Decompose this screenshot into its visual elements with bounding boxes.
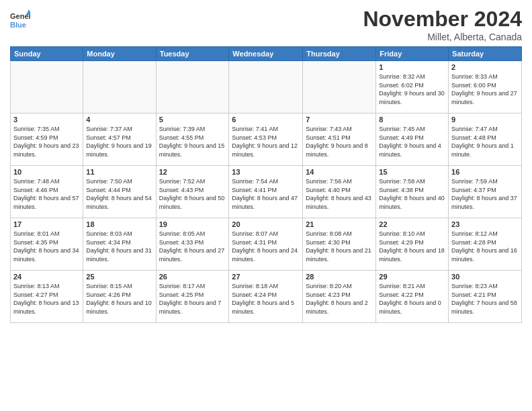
calendar-cell-w2-d7: 9Sunrise: 7:47 AM Sunset: 4:48 PM Daylig… bbox=[449, 113, 522, 166]
day-info: Sunrise: 8:32 AM Sunset: 6:02 PM Dayligh… bbox=[379, 73, 445, 106]
col-saturday: Saturday bbox=[449, 47, 522, 61]
calendar-cell-w2-d2: 4Sunrise: 7:37 AM Sunset: 4:57 PM Daylig… bbox=[83, 113, 156, 166]
calendar-week-3: 10Sunrise: 7:48 AM Sunset: 4:46 PM Dayli… bbox=[11, 166, 522, 218]
calendar-cell-w3-d7: 16Sunrise: 7:59 AM Sunset: 4:37 PM Dayli… bbox=[449, 166, 522, 218]
day-info: Sunrise: 7:39 AM Sunset: 4:55 PM Dayligh… bbox=[159, 125, 226, 158]
day-number: 3 bbox=[13, 116, 80, 124]
col-wednesday: Wednesday bbox=[229, 47, 303, 61]
calendar-cell-w2-d4: 6Sunrise: 7:41 AM Sunset: 4:53 PM Daylig… bbox=[229, 113, 303, 166]
calendar-cell-w1-d1 bbox=[11, 61, 83, 113]
day-info: Sunrise: 7:45 AM Sunset: 4:49 PM Dayligh… bbox=[379, 125, 445, 158]
calendar-cell-w4-d7: 23Sunrise: 8:12 AM Sunset: 4:28 PM Dayli… bbox=[449, 218, 522, 271]
calendar-cell-w5-d6: 29Sunrise: 8:21 AM Sunset: 4:22 PM Dayli… bbox=[376, 271, 449, 323]
day-number: 20 bbox=[232, 220, 300, 228]
month-title: November 2024 bbox=[363, 7, 522, 32]
calendar-cell-w1-d7: 2Sunrise: 8:33 AM Sunset: 6:00 PM Daylig… bbox=[449, 61, 522, 113]
calendar-cell-w4-d3: 19Sunrise: 8:05 AM Sunset: 4:33 PM Dayli… bbox=[156, 218, 229, 271]
day-number: 11 bbox=[86, 168, 152, 176]
day-number: 26 bbox=[159, 273, 226, 281]
calendar-cell-w1-d4 bbox=[229, 61, 303, 113]
calendar-cell-w5-d4: 27Sunrise: 8:18 AM Sunset: 4:24 PM Dayli… bbox=[229, 271, 303, 323]
day-info: Sunrise: 8:13 AM Sunset: 4:27 PM Dayligh… bbox=[13, 282, 80, 316]
location: Millet, Alberta, Canada bbox=[363, 32, 522, 42]
calendar-week-2: 3Sunrise: 7:35 AM Sunset: 4:59 PM Daylig… bbox=[11, 113, 522, 166]
day-info: Sunrise: 8:17 AM Sunset: 4:25 PM Dayligh… bbox=[159, 282, 226, 316]
day-number: 25 bbox=[86, 273, 152, 281]
day-info: Sunrise: 7:47 AM Sunset: 4:48 PM Dayligh… bbox=[451, 125, 519, 158]
logo-icon: General Blue bbox=[10, 9, 30, 30]
day-info: Sunrise: 8:20 AM Sunset: 4:23 PM Dayligh… bbox=[306, 282, 373, 316]
day-number: 30 bbox=[451, 273, 519, 281]
day-info: Sunrise: 7:59 AM Sunset: 4:37 PM Dayligh… bbox=[451, 177, 519, 211]
calendar-cell-w5-d5: 28Sunrise: 8:20 AM Sunset: 4:23 PM Dayli… bbox=[303, 271, 376, 323]
logo: General Blue bbox=[10, 9, 33, 30]
calendar-cell-w3-d4: 13Sunrise: 7:54 AM Sunset: 4:41 PM Dayli… bbox=[229, 166, 303, 218]
day-number: 17 bbox=[13, 220, 80, 228]
calendar-cell-w1-d6: 1Sunrise: 8:32 AM Sunset: 6:02 PM Daylig… bbox=[376, 61, 449, 113]
day-number: 6 bbox=[232, 116, 300, 124]
day-info: Sunrise: 8:33 AM Sunset: 6:00 PM Dayligh… bbox=[451, 73, 519, 106]
day-number: 28 bbox=[306, 273, 373, 281]
calendar-cell-w4-d5: 21Sunrise: 8:08 AM Sunset: 4:30 PM Dayli… bbox=[303, 218, 376, 271]
day-info: Sunrise: 8:15 AM Sunset: 4:26 PM Dayligh… bbox=[86, 282, 152, 316]
calendar-cell-w3-d2: 11Sunrise: 7:50 AM Sunset: 4:44 PM Dayli… bbox=[83, 166, 156, 218]
calendar-cell-w1-d5 bbox=[303, 61, 376, 113]
calendar-cell-w3-d5: 14Sunrise: 7:56 AM Sunset: 4:40 PM Dayli… bbox=[303, 166, 376, 218]
day-info: Sunrise: 7:50 AM Sunset: 4:44 PM Dayligh… bbox=[86, 177, 152, 211]
page-container: General Blue November 2024 Millet, Alber… bbox=[0, 0, 532, 330]
day-number: 4 bbox=[86, 116, 152, 124]
day-info: Sunrise: 7:41 AM Sunset: 4:53 PM Dayligh… bbox=[232, 125, 300, 158]
day-number: 18 bbox=[86, 220, 152, 228]
col-sunday: Sunday bbox=[11, 47, 83, 61]
day-info: Sunrise: 8:12 AM Sunset: 4:28 PM Dayligh… bbox=[451, 230, 519, 263]
col-monday: Monday bbox=[83, 47, 156, 61]
day-info: Sunrise: 8:21 AM Sunset: 4:22 PM Dayligh… bbox=[379, 282, 445, 316]
day-number: 9 bbox=[451, 116, 519, 124]
calendar-table: Sunday Monday Tuesday Wednesday Thursday… bbox=[10, 46, 522, 323]
day-info: Sunrise: 8:10 AM Sunset: 4:29 PM Dayligh… bbox=[379, 230, 445, 263]
day-info: Sunrise: 8:23 AM Sunset: 4:21 PM Dayligh… bbox=[451, 282, 519, 316]
day-number: 1 bbox=[379, 63, 445, 71]
calendar-cell-w3-d6: 15Sunrise: 7:58 AM Sunset: 4:38 PM Dayli… bbox=[376, 166, 449, 218]
day-number: 27 bbox=[232, 273, 300, 281]
calendar-cell-w1-d3 bbox=[156, 61, 229, 113]
calendar-cell-w3-d3: 12Sunrise: 7:52 AM Sunset: 4:43 PM Dayli… bbox=[156, 166, 229, 218]
day-info: Sunrise: 8:08 AM Sunset: 4:30 PM Dayligh… bbox=[306, 230, 373, 263]
day-number: 10 bbox=[13, 168, 80, 176]
day-info: Sunrise: 7:48 AM Sunset: 4:46 PM Dayligh… bbox=[13, 177, 80, 211]
col-thursday: Thursday bbox=[303, 47, 376, 61]
day-number: 21 bbox=[306, 220, 373, 228]
day-number: 13 bbox=[232, 168, 300, 176]
calendar-cell-w1-d2 bbox=[83, 61, 156, 113]
day-info: Sunrise: 8:07 AM Sunset: 4:31 PM Dayligh… bbox=[232, 230, 300, 263]
header: General Blue November 2024 Millet, Alber… bbox=[10, 7, 522, 42]
day-number: 12 bbox=[159, 168, 226, 176]
col-tuesday: Tuesday bbox=[156, 47, 229, 61]
day-number: 14 bbox=[306, 168, 373, 176]
day-info: Sunrise: 7:35 AM Sunset: 4:59 PM Dayligh… bbox=[13, 125, 80, 158]
day-number: 2 bbox=[451, 63, 519, 71]
calendar-week-1: 1Sunrise: 8:32 AM Sunset: 6:02 PM Daylig… bbox=[11, 61, 522, 113]
title-block: November 2024 Millet, Alberta, Canada bbox=[363, 7, 522, 42]
day-info: Sunrise: 8:18 AM Sunset: 4:24 PM Dayligh… bbox=[232, 282, 300, 316]
day-number: 22 bbox=[379, 220, 445, 228]
calendar-cell-w2-d5: 7Sunrise: 7:43 AM Sunset: 4:51 PM Daylig… bbox=[303, 113, 376, 166]
calendar-cell-w4-d6: 22Sunrise: 8:10 AM Sunset: 4:29 PM Dayli… bbox=[376, 218, 449, 271]
day-number: 23 bbox=[451, 220, 519, 228]
day-info: Sunrise: 7:54 AM Sunset: 4:41 PM Dayligh… bbox=[232, 177, 300, 211]
day-info: Sunrise: 7:58 AM Sunset: 4:38 PM Dayligh… bbox=[379, 177, 445, 211]
calendar-cell-w4-d2: 18Sunrise: 8:03 AM Sunset: 4:34 PM Dayli… bbox=[83, 218, 156, 271]
calendar-cell-w2-d1: 3Sunrise: 7:35 AM Sunset: 4:59 PM Daylig… bbox=[11, 113, 83, 166]
calendar-cell-w2-d3: 5Sunrise: 7:39 AM Sunset: 4:55 PM Daylig… bbox=[156, 113, 229, 166]
calendar-week-5: 24Sunrise: 8:13 AM Sunset: 4:27 PM Dayli… bbox=[11, 271, 522, 323]
calendar-cell-w2-d6: 8Sunrise: 7:45 AM Sunset: 4:49 PM Daylig… bbox=[376, 113, 449, 166]
day-info: Sunrise: 8:01 AM Sunset: 4:35 PM Dayligh… bbox=[13, 230, 80, 263]
calendar-cell-w5-d3: 26Sunrise: 8:17 AM Sunset: 4:25 PM Dayli… bbox=[156, 271, 229, 323]
day-number: 5 bbox=[159, 116, 226, 124]
calendar-cell-w5-d7: 30Sunrise: 8:23 AM Sunset: 4:21 PM Dayli… bbox=[449, 271, 522, 323]
day-info: Sunrise: 7:43 AM Sunset: 4:51 PM Dayligh… bbox=[306, 125, 373, 158]
day-info: Sunrise: 7:52 AM Sunset: 4:43 PM Dayligh… bbox=[159, 177, 226, 211]
day-number: 15 bbox=[379, 168, 445, 176]
day-info: Sunrise: 7:37 AM Sunset: 4:57 PM Dayligh… bbox=[86, 125, 152, 158]
day-number: 29 bbox=[379, 273, 445, 281]
